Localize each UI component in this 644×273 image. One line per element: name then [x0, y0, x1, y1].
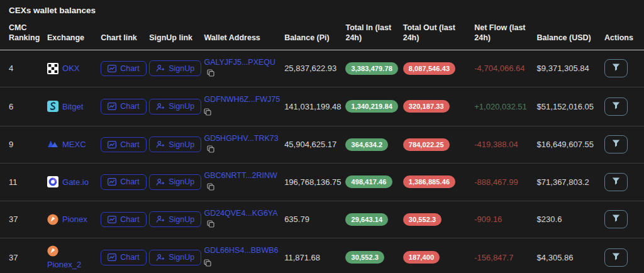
balance-pi: 45,904,625.17 [284, 126, 345, 164]
col-header-net-flow: Net Flow (last 24h) [474, 16, 536, 50]
filter-icon [612, 102, 620, 111]
total-out-badge: 187,400 [403, 251, 440, 264]
total-in-badge: 498,417.46 [345, 176, 392, 188]
copy-icon[interactable] [207, 220, 214, 231]
add-user-icon [156, 215, 165, 223]
col-header-balance-usd: Balance (USD) [537, 16, 604, 50]
total-in-badge: 29,643.14 [345, 213, 388, 226]
exchange-cell: MEXC [47, 139, 97, 150]
exchange-link[interactable]: Pionex [62, 214, 87, 224]
add-user-icon [156, 140, 165, 148]
signup-button[interactable]: SignUp [149, 250, 201, 265]
net-flow: -888,467.99 [474, 164, 536, 201]
signup-button[interactable]: SignUp [149, 136, 201, 152]
actions-filter-button[interactable] [604, 248, 628, 267]
table-row: 37 Pionex Chart SignUp GD24QVE4...KG6YA … [0, 201, 644, 238]
chart-button[interactable]: Chart [101, 250, 147, 265]
balance-pi: 635.79 [284, 201, 345, 238]
exchange-link[interactable]: MEXC [62, 140, 86, 149]
actions-filter-button[interactable] [604, 173, 628, 191]
total-in-badge: 364,634.2 [345, 138, 388, 151]
signup-button[interactable]: SignUp [149, 211, 201, 227]
wallet-address-link[interactable]: GD24QVE4...KG6YA [204, 209, 277, 218]
chart-button[interactable]: Chart [101, 137, 147, 153]
exchange-cell: Pionex_2 [47, 245, 97, 269]
line-chart-icon [108, 103, 116, 110]
total-out-badge: 1,386,885.46 [403, 176, 455, 188]
copy-icon[interactable] [207, 182, 214, 194]
pionex-logo [47, 245, 58, 257]
chart-button[interactable]: Chart [101, 174, 147, 190]
balance-usd: $16,649,607.55 [537, 126, 604, 164]
actions-filter-button[interactable] [604, 210, 628, 228]
line-chart-icon [108, 216, 116, 223]
copy-icon[interactable] [204, 259, 280, 270]
total-in-badge: 30,552.3 [345, 251, 384, 264]
total-in-badge: 1,340,219.84 [345, 100, 397, 113]
table-row: 4 OKX Chart SignUp GALYJFJ5...PXEQU 25,8… [0, 50, 644, 87]
balance-usd: $4,305.86 [537, 238, 604, 273]
signup-button[interactable]: SignUp [149, 99, 201, 114]
col-header-chart-link: Chart link [101, 16, 149, 50]
total-out-badge: 8,087,546.43 [403, 62, 455, 75]
col-header-signup-link: SignUp link [149, 16, 204, 50]
wallet-address-link[interactable]: GBC6NRTT...2RINW [204, 171, 277, 180]
copy-icon[interactable] [207, 69, 214, 81]
copy-icon[interactable] [204, 108, 280, 120]
actions-filter-button[interactable] [604, 135, 628, 153]
col-header-total-in: Total In (last 24h) [345, 16, 402, 50]
header-row: CMC Ranking Exchange Chart link SignUp l… [0, 16, 644, 50]
net-flow: -4,704,066.64 [474, 50, 536, 87]
cmc-rank-value: 9 [0, 126, 47, 164]
chart-button[interactable]: Chart [101, 99, 147, 114]
add-user-icon [156, 64, 165, 72]
col-header-balance-pi: Balance (Pi) [284, 16, 345, 50]
total-out-badge: 784,022.25 [403, 138, 450, 151]
add-user-icon [156, 103, 165, 111]
line-chart-icon [108, 178, 116, 186]
wallet-address-link[interactable]: GDL66HS4...BBWB6 [204, 246, 278, 255]
chart-button[interactable]: Chart [101, 61, 147, 77]
balance-usd: $9,371,305.84 [537, 50, 604, 87]
cmc-rank-value: 37 [0, 238, 47, 273]
total-out-badge: 320,187.33 [403, 100, 450, 113]
balance-usd: $71,367,803.2 [537, 164, 604, 201]
filter-icon [612, 214, 620, 224]
okx-logo [47, 63, 58, 74]
col-header-wallet: Wallet Address [204, 16, 284, 50]
total-out-badge: 30,552.3 [403, 213, 442, 226]
copy-icon[interactable] [207, 145, 214, 157]
wallet-address-link[interactable]: GALYJFJ5...PXEQU [204, 58, 275, 67]
cex-balances-table: CMC Ranking Exchange Chart link SignUp l… [0, 16, 644, 273]
chart-button[interactable]: Chart [101, 212, 147, 228]
cmc-rank-value: 11 [0, 164, 47, 201]
cmc-rank-value: 4 [0, 50, 47, 87]
balance-pi: 11,871.68 [284, 238, 345, 273]
actions-filter-button[interactable] [604, 59, 628, 77]
table-row: 11 Gate.io Chart SignUp GBC6NRTT...2RINW… [0, 164, 644, 201]
exchange-link[interactable]: Bitget [62, 102, 83, 111]
net-flow: -156,847.7 [474, 238, 536, 273]
col-header-cmc-ranking: CMC Ranking [0, 16, 47, 50]
gateio-logo [47, 176, 58, 187]
net-flow: -909.16 [474, 201, 536, 238]
actions-filter-button[interactable] [604, 98, 628, 116]
exchange-link[interactable]: Pionex_2 [47, 260, 81, 269]
line-chart-icon [108, 65, 116, 72]
balance-usd: $230.6 [537, 201, 604, 238]
filter-icon [612, 177, 620, 187]
wallet-address-link[interactable]: GDFNWH6Z...FWJ75 [204, 95, 280, 104]
wallet-address-link[interactable]: GD5HGPHV...TRK73 [204, 134, 278, 143]
cmc-rank-value: 6 [0, 87, 47, 126]
col-header-total-out: Total Out (last 24h) [403, 16, 475, 50]
exchange-link[interactable]: Gate.io [62, 177, 89, 187]
exchange-link[interactable]: OKX [62, 64, 79, 73]
add-user-icon [156, 254, 165, 262]
exchange-cell: OKX [47, 63, 97, 74]
balance-pi: 141,031,199.48 [284, 87, 345, 126]
signup-button[interactable]: SignUp [149, 60, 201, 76]
cmc-rank-value: 37 [0, 201, 47, 238]
col-header-exchange: Exchange [47, 16, 101, 50]
signup-button[interactable]: SignUp [149, 174, 201, 190]
line-chart-icon [108, 141, 116, 148]
